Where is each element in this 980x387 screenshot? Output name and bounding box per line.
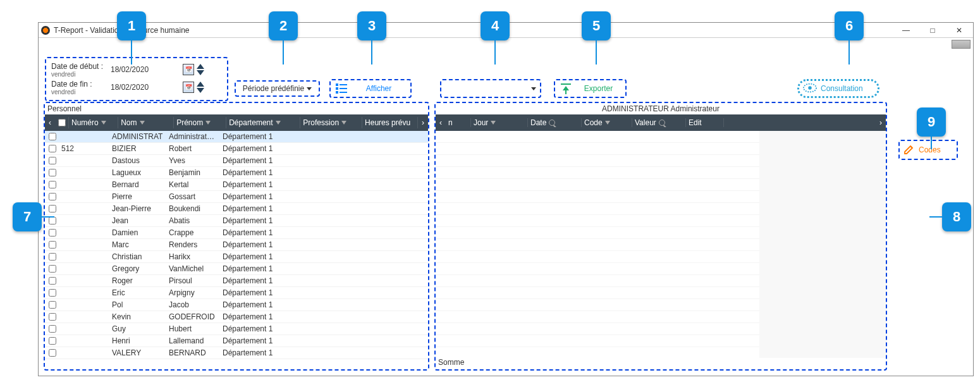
table-row[interactable]: [436, 143, 886, 155]
table-row[interactable]: [436, 215, 886, 227]
close-button[interactable]: ✕: [952, 26, 967, 35]
table-row[interactable]: [436, 287, 886, 299]
table-row[interactable]: [436, 191, 886, 203]
table-row[interactable]: [436, 155, 886, 167]
calendar-icon[interactable]: 📅: [183, 82, 194, 93]
filter-icon[interactable]: [276, 121, 281, 125]
filter-icon[interactable]: [101, 121, 106, 125]
table-row[interactable]: JeanAbatisDépartement 1: [45, 215, 428, 227]
row-checkbox[interactable]: [49, 337, 56, 345]
filter-icon[interactable]: [341, 121, 346, 125]
col-valeur[interactable]: Valeur: [632, 118, 686, 127]
table-row[interactable]: [436, 323, 886, 335]
chevron-down-icon[interactable]: [197, 70, 204, 75]
table-row[interactable]: BernardKertalDépartement 1: [45, 179, 428, 191]
table-row[interactable]: PierreGossartDépartement 1: [45, 191, 428, 203]
table-row[interactable]: RogerPirsoulDépartement 1: [45, 275, 428, 287]
table-row[interactable]: PolJacobDépartement 1: [45, 299, 428, 311]
row-checkbox[interactable]: [49, 169, 56, 176]
table-row[interactable]: LagueuxBenjaminDépartement 1: [45, 167, 428, 179]
filter-icon[interactable]: [205, 121, 211, 125]
table-row[interactable]: EricArpignyDépartement 1: [45, 287, 428, 299]
row-checkbox[interactable]: [49, 133, 56, 140]
table-row[interactable]: GregoryVanMichelDépartement 1: [45, 263, 428, 275]
search-icon[interactable]: [549, 120, 555, 126]
consultation-mode-button[interactable]: Consultation: [797, 79, 879, 98]
table-row[interactable]: [436, 167, 886, 179]
row-checkbox[interactable]: [49, 181, 56, 188]
table-row[interactable]: 512BIZIERRobertDépartement 1: [45, 143, 428, 155]
col-edit[interactable]: Edit: [686, 118, 724, 127]
scroll-right-button[interactable]: ›: [418, 118, 428, 127]
col-departement[interactable]: Département: [226, 117, 300, 128]
row-checkbox[interactable]: [49, 313, 56, 321]
col-jour[interactable]: Jour: [471, 118, 528, 127]
table-row[interactable]: [436, 263, 886, 275]
table-row[interactable]: MarcRendersDépartement 1: [45, 239, 428, 251]
display-button[interactable]: Afficher: [329, 79, 412, 98]
scroll-left-button[interactable]: ‹: [45, 118, 55, 127]
search-icon[interactable]: [659, 120, 665, 126]
start-date-value[interactable]: 18/02/2020: [111, 65, 180, 74]
filter-icon[interactable]: [491, 121, 496, 125]
row-checkbox[interactable]: [49, 145, 56, 152]
table-row[interactable]: KevinGODEFROIDDépartement 1: [45, 311, 428, 323]
select-all-checkbox[interactable]: [58, 119, 66, 126]
col-profession[interactable]: Profession: [300, 117, 362, 128]
table-row[interactable]: [436, 131, 886, 143]
col-n[interactable]: n: [446, 118, 471, 127]
table-row[interactable]: GuyHubertDépartement 1: [45, 323, 428, 335]
scroll-left-button[interactable]: ‹: [436, 118, 446, 127]
row-checkbox[interactable]: [49, 253, 56, 261]
table-row[interactable]: [436, 179, 886, 191]
chevron-down-icon[interactable]: [197, 88, 204, 93]
maximize-button[interactable]: □: [925, 26, 940, 35]
col-nom[interactable]: Nom: [118, 117, 174, 128]
col-code[interactable]: Code: [582, 118, 632, 127]
table-row[interactable]: [436, 335, 886, 347]
row-checkbox[interactable]: [49, 241, 56, 249]
table-row[interactable]: DamienCrappeDépartement 1: [45, 227, 428, 239]
table-row[interactable]: [436, 227, 886, 239]
row-checkbox[interactable]: [49, 325, 56, 333]
codes-button[interactable]: Codes: [898, 140, 958, 160]
table-row[interactable]: [436, 299, 886, 311]
col-prenom[interactable]: Prénom: [174, 117, 226, 128]
filter-combo[interactable]: [440, 79, 541, 98]
row-checkbox[interactable]: [49, 265, 56, 273]
start-date-stepper[interactable]: [197, 64, 204, 75]
predefined-period-dropdown[interactable]: Période prédéfinie: [235, 80, 320, 97]
end-date-stepper[interactable]: [197, 82, 204, 93]
table-row[interactable]: VALERYBERNARDDépartement 1: [45, 347, 428, 359]
row-checkbox[interactable]: [49, 229, 56, 236]
detail-grid-body[interactable]: [436, 131, 886, 358]
row-checkbox[interactable]: [49, 193, 56, 200]
table-row[interactable]: ChristianHarikxDépartement 1: [45, 251, 428, 263]
row-checkbox[interactable]: [49, 157, 56, 164]
table-row[interactable]: [436, 239, 886, 251]
table-row[interactable]: [436, 311, 886, 323]
table-row[interactable]: ADMINISTRATAdministrateurDépartement 1: [45, 131, 428, 143]
col-date[interactable]: Date: [528, 118, 582, 127]
minimize-button[interactable]: —: [898, 26, 914, 35]
col-numero[interactable]: Numéro: [69, 117, 118, 128]
scroll-right-button[interactable]: ›: [876, 118, 886, 127]
filter-icon[interactable]: [140, 121, 145, 125]
table-row[interactable]: DastousYvesDépartement 1: [45, 155, 428, 167]
table-row[interactable]: Jean-PierreBoukendiDépartement 1: [45, 203, 428, 215]
row-checkbox[interactable]: [49, 349, 56, 357]
calendar-icon[interactable]: 📅: [183, 64, 194, 75]
filter-icon[interactable]: [605, 121, 610, 125]
chevron-up-icon[interactable]: [197, 64, 204, 69]
table-row[interactable]: [436, 251, 886, 263]
table-row[interactable]: [436, 275, 886, 287]
personnel-grid-body[interactable]: ADMINISTRATAdministrateurDépartement 151…: [45, 131, 428, 369]
row-checkbox[interactable]: [49, 217, 56, 224]
row-checkbox[interactable]: [49, 205, 56, 212]
row-checkbox[interactable]: [49, 301, 56, 309]
export-button[interactable]: Exporter: [554, 79, 627, 98]
table-row[interactable]: HenriLallemandDépartement 1: [45, 335, 428, 347]
chevron-up-icon[interactable]: [197, 82, 204, 87]
end-date-value[interactable]: 18/02/2020: [111, 83, 180, 92]
table-row[interactable]: [436, 203, 886, 215]
